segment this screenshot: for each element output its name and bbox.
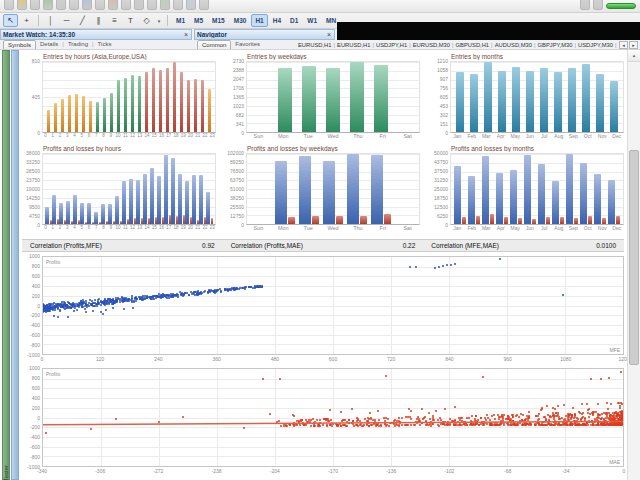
chart-tab[interactable]: AUDUSD,M30 <box>493 42 534 48</box>
y-axis-labels: 8104050 <box>22 61 42 133</box>
shapes-tool-icon[interactable]: ◇ <box>139 14 154 27</box>
report-scrollbar[interactable]: ▴ <box>627 50 640 480</box>
panel-tab-favorites[interactable]: Favorites <box>233 40 262 47</box>
toolbar-icon[interactable] <box>121 0 131 10</box>
trendline-tool-icon[interactable]: ╱ <box>75 14 90 27</box>
navigator-caption[interactable]: Navigator × <box>194 29 335 40</box>
shapes-dropdown-tool-icon[interactable]: ▾ <box>155 14 163 27</box>
toolbar-icon[interactable] <box>82 0 92 10</box>
bar-entries <box>498 71 506 132</box>
crosshair-tool-icon[interactable]: + <box>19 14 34 27</box>
chart-body: 121010589077566054533021510 <box>430 61 624 133</box>
correlation-cell: Correlation (MFE,MAE)0.0100 <box>423 242 624 249</box>
toolbar-icon[interactable] <box>95 0 105 10</box>
vertical-line-tool-icon[interactable]: │ <box>43 14 58 27</box>
strategy-tester-edge-tab[interactable]: Strategy Tester <box>2 50 10 480</box>
toolbar-icon[interactable] <box>147 0 157 10</box>
navigator-close-icon[interactable]: × <box>326 31 332 38</box>
chart-tab[interactable]: EURUSD,H1 <box>296 42 334 48</box>
x-tick-label: -102 <box>444 468 454 474</box>
timeframe-button-d1[interactable]: D1 <box>286 14 302 27</box>
chart-tab[interactable]: GBPJPY,M30 <box>536 42 575 48</box>
y-tick-label: 1000 <box>29 365 40 371</box>
toolbar-icon[interactable] <box>580 0 590 10</box>
toolbar-icon[interactable] <box>69 0 79 10</box>
y-tick-label: 6250 <box>437 213 448 219</box>
bar-slot <box>579 154 593 224</box>
timeframe-button-w1[interactable]: W1 <box>303 14 321 27</box>
chart-title: Profits and losses by hours <box>43 145 216 152</box>
fibonacci-tool-icon[interactable]: ≡ <box>107 14 122 27</box>
scrollbar-thumb[interactable] <box>629 150 639 365</box>
chart-title: Entries by weekdays <box>247 53 420 60</box>
chart-tab[interactable]: EURUSD,M30 <box>411 42 452 48</box>
bar-slot <box>273 154 297 224</box>
bars <box>453 154 621 224</box>
timeframe-button-m5[interactable]: M5 <box>190 14 207 27</box>
chart-entries-by-hours: Entries by hours (Asia,Europe,USA)810405… <box>22 53 216 141</box>
toolbar-icon[interactable] <box>173 0 183 10</box>
chart-tab[interactable]: USDJPY,H1 <box>374 42 409 48</box>
axis-name-label: MFE <box>608 347 621 353</box>
x-tick-label: Sat <box>395 225 420 233</box>
x-tick-label: 5 <box>78 133 85 141</box>
bar-slot <box>45 62 52 132</box>
x-tick-label: 12 <box>129 225 136 233</box>
plot-area: ProfitsMFE <box>42 256 624 355</box>
bar-slot <box>185 154 192 224</box>
tab-scroll-left-icon[interactable]: ◂ <box>619 41 628 49</box>
panel-edge-strip[interactable] <box>11 50 19 480</box>
bar-profits <box>482 156 489 224</box>
text-tool-icon[interactable]: T <box>123 14 138 27</box>
panel-tab-symbols[interactable]: Symbols <box>3 40 36 50</box>
timeframe-button-m1[interactable]: M1 <box>172 14 189 27</box>
x-tick-label: 6 <box>86 133 93 141</box>
tab-scroll-right-icon[interactable]: ▸ <box>629 41 638 49</box>
bar-losses <box>518 218 522 224</box>
scrollbar-up-icon[interactable]: ▴ <box>628 50 640 62</box>
bar-slot <box>157 154 164 224</box>
market-watch-close-icon[interactable]: × <box>183 31 189 38</box>
toolbar-icon[interactable] <box>17 0 27 10</box>
market-watch-caption[interactable]: Market Watch: 14:35:30 × <box>0 29 192 40</box>
correlation-label: Correlation (MFE,MAE) <box>431 242 596 249</box>
chart-tab[interactable]: USDJPY,M30 <box>576 42 615 48</box>
x-tick-label: Jun <box>523 133 538 141</box>
bar-entries <box>180 72 184 132</box>
timeframe-button-h4[interactable]: H4 <box>269 14 285 27</box>
bars <box>45 62 213 132</box>
plot-area <box>450 153 624 225</box>
chart-tab[interactable]: GBPUSD,H1 <box>454 42 492 48</box>
bar-losses <box>574 218 578 224</box>
toolbar-icon[interactable] <box>56 0 66 10</box>
cursor-tool-icon[interactable]: ↖ <box>3 14 18 27</box>
bar-slot <box>66 62 73 132</box>
timeframe-button-m30[interactable]: M30 <box>230 14 251 27</box>
toolbar-icon[interactable] <box>593 0 603 10</box>
y-tick-label: -600 <box>30 444 40 450</box>
timeframe-button-h1[interactable]: H1 <box>251 14 267 27</box>
bar-profits <box>108 204 112 224</box>
panel-tab-trading[interactable]: Trading <box>66 40 90 47</box>
y-tick-label: 907 <box>440 76 448 82</box>
toolbar-icon[interactable] <box>43 0 53 10</box>
panel-tab-common[interactable]: Common <box>197 40 231 50</box>
toolbar-icon[interactable] <box>108 0 118 10</box>
chart-tab[interactable]: EURUSD,H1 <box>335 42 373 48</box>
y-tick-label: 0 <box>37 415 40 421</box>
panel-tab-details[interactable]: Details <box>38 40 60 47</box>
channel-tool-icon[interactable]: ∥ <box>91 14 106 27</box>
chart-tab[interactable]: EURGBP, <box>617 42 618 48</box>
toolbar-icon[interactable] <box>160 0 170 10</box>
chart-entries-by-weekdays: Entries by weekdays273023882047170613651… <box>226 53 420 141</box>
toolbar-icon[interactable] <box>4 0 14 10</box>
toolbar-icon[interactable] <box>30 0 40 10</box>
toolbar-icon[interactable] <box>186 0 196 10</box>
timeframe-button-m15[interactable]: M15 <box>208 14 229 27</box>
panel-tab-ticks[interactable]: Ticks <box>96 40 114 47</box>
toolbar-icon[interactable] <box>134 0 144 10</box>
horizontal-line-tool-icon[interactable]: ─ <box>59 14 74 27</box>
y-tick-label: 0 <box>37 130 40 136</box>
toolbar-icon[interactable] <box>199 0 209 10</box>
y-axis-labels: 121010589077566054533021510 <box>430 61 450 133</box>
